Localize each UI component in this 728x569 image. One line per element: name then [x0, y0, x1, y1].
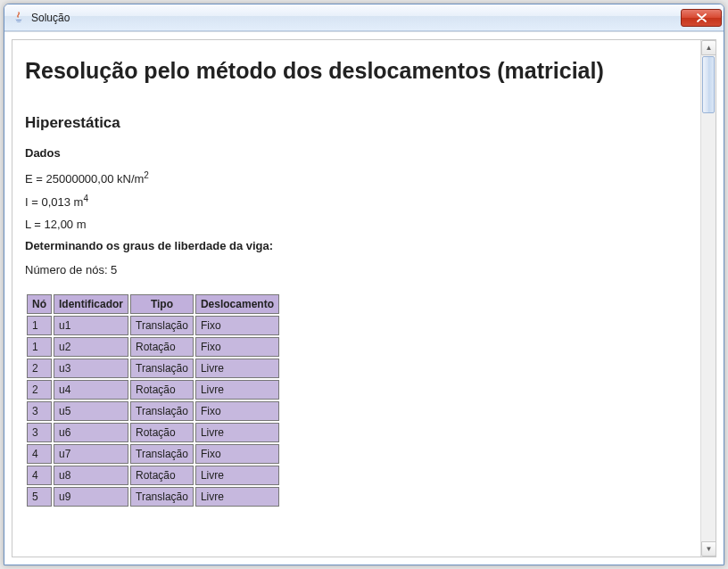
table-row: 4u8RotaçãoLivre — [27, 466, 279, 485]
value-I: I = 0,013 m4 — [25, 194, 687, 209]
col-desl: Deslocamento — [195, 294, 279, 314]
cell-desl: Fixo — [195, 316, 279, 335]
titlebar[interactable]: Solução — [4, 4, 724, 31]
cell-id: u5 — [54, 401, 128, 421]
cell-id: u6 — [54, 423, 128, 442]
cell-id: u4 — [54, 380, 128, 400]
cell-no: 1 — [27, 337, 52, 357]
cell-tipo: Translação — [130, 487, 194, 507]
cell-tipo: Translação — [130, 401, 194, 421]
cell-no: 4 — [27, 444, 52, 464]
table-row: 3u6RotaçãoLivre — [27, 423, 279, 442]
cell-tipo: Rotação — [130, 466, 194, 485]
table-row: 2u3TranslaçãoLivre — [27, 359, 279, 378]
cell-tipo: Rotação — [130, 380, 194, 400]
cell-tipo: Translação — [130, 444, 194, 464]
cell-desl: Fixo — [195, 401, 279, 421]
app-window: Solução Resolução pelo método dos desloc… — [4, 4, 724, 565]
scroll-pane: Resolução pelo método dos deslocamentos … — [12, 39, 716, 557]
vertical-scrollbar[interactable]: ▲ ▼ — [700, 40, 716, 557]
page-title: Resolução pelo método dos deslocamentos … — [25, 58, 687, 84]
cell-desl: Fixo — [195, 337, 279, 357]
close-button[interactable] — [681, 9, 722, 27]
section-heading: Hiperestática — [25, 114, 687, 132]
scroll-up-button[interactable]: ▲ — [701, 40, 716, 55]
table-row: 5u9TranslaçãoLivre — [27, 487, 279, 507]
value-E-text: E = 25000000,00 kN/m — [25, 172, 144, 186]
table-header-row: Nó Identificador Tipo Deslocamento — [27, 294, 279, 314]
value-L: L = 12,00 m — [25, 218, 687, 231]
cell-desl: Livre — [195, 487, 279, 507]
col-tipo: Tipo — [130, 294, 194, 314]
cell-id: u3 — [54, 359, 128, 378]
table-row: 3u5TranslaçãoFixo — [27, 401, 279, 421]
window-title: Solução — [31, 12, 681, 24]
dados-heading: Dados — [25, 146, 687, 160]
cell-no: 4 — [27, 466, 52, 485]
table-row: 1u2RotaçãoFixo — [27, 337, 279, 357]
cell-no: 5 — [27, 487, 52, 507]
scroll-down-button[interactable]: ▼ — [701, 541, 716, 557]
cell-no: 1 — [27, 316, 52, 335]
cell-tipo: Translação — [130, 316, 194, 335]
cell-id: u8 — [54, 466, 128, 485]
value-E-exp: 2 — [144, 170, 149, 180]
scroll-thumb[interactable] — [702, 56, 715, 113]
cell-id: u1 — [54, 316, 128, 335]
cell-desl: Livre — [195, 423, 279, 442]
cell-id: u9 — [54, 487, 128, 507]
value-E: E = 25000000,00 kN/m2 — [25, 170, 687, 186]
table-row: 4u7TranslaçãoFixo — [27, 444, 279, 464]
cell-desl: Livre — [195, 466, 279, 485]
cell-no: 3 — [27, 401, 52, 421]
java-icon — [12, 11, 26, 25]
cell-no: 3 — [27, 423, 52, 442]
nodes-count: Número de nós: 5 — [25, 263, 687, 276]
content-area: Resolução pelo método dos deslocamentos … — [4, 31, 724, 565]
value-I-text: I = 0,013 m — [25, 196, 83, 210]
cell-id: u2 — [54, 337, 128, 357]
value-I-exp: 4 — [83, 194, 88, 203]
cell-no: 2 — [27, 359, 52, 378]
col-id: Identificador — [54, 294, 128, 314]
dof-heading: Determinando os graus de liberdade da vi… — [25, 239, 687, 252]
cell-desl: Livre — [195, 380, 279, 400]
cell-desl: Fixo — [195, 444, 279, 464]
table-row: 1u1TranslaçãoFixo — [27, 316, 279, 335]
cell-tipo: Rotação — [130, 423, 194, 442]
cell-tipo: Translação — [130, 359, 194, 378]
table-row: 2u4RotaçãoLivre — [27, 380, 279, 400]
document-body: Resolução pelo método dos deslocamentos … — [12, 40, 699, 557]
cell-no: 2 — [27, 380, 52, 400]
cell-tipo: Rotação — [130, 337, 194, 357]
cell-desl: Livre — [195, 359, 279, 378]
col-no: Nó — [27, 294, 52, 314]
dof-table: Nó Identificador Tipo Deslocamento 1u1Tr… — [25, 293, 281, 508]
cell-id: u7 — [54, 444, 128, 464]
